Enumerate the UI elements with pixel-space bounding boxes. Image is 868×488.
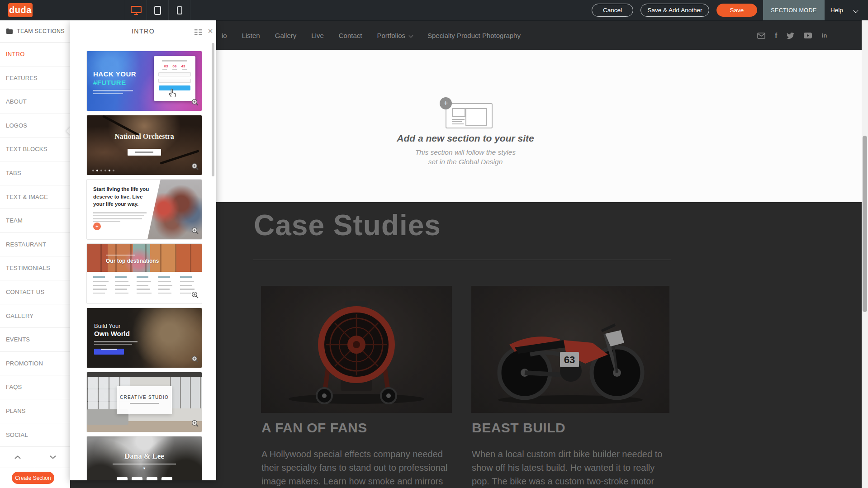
- zoom-preview-icon[interactable]: [191, 420, 199, 429]
- save-add-another-button[interactable]: Save & Add Another: [640, 4, 709, 17]
- countdown-boxes: [87, 477, 202, 480]
- help-chevron-down-icon[interactable]: [853, 8, 858, 13]
- site-nav-item[interactable]: Specialty Product Photography: [427, 32, 521, 39]
- duda-logo[interactable]: duda: [8, 3, 33, 17]
- linkedin-icon[interactable]: in: [821, 32, 827, 39]
- sidebar-item[interactable]: GALLERY: [0, 304, 70, 328]
- save-button[interactable]: Save: [716, 4, 757, 17]
- device-preview-switcher: [125, 0, 190, 20]
- thumb-heading2: Own World: [94, 330, 138, 337]
- mobile-icon: [177, 6, 182, 14]
- tablet-icon: [154, 6, 161, 15]
- site-nav-items: io Listen Gallery Live Contact Portfolio…: [222, 21, 521, 50]
- zoom-preview-icon[interactable]: [191, 163, 199, 172]
- thumb-heading: Dana & Lee: [87, 452, 202, 461]
- site-nav-item[interactable]: io: [222, 32, 227, 39]
- sidebar-item[interactable]: PROMOTION: [0, 352, 70, 376]
- thumb-heading: Build Your: [94, 322, 138, 329]
- sidebar-item[interactable]: EVENTS: [0, 328, 70, 352]
- section-mode-badge: SECTION MODE: [763, 0, 825, 20]
- add-section-illustration: [446, 103, 493, 128]
- panel-scrollbar-thumb[interactable]: [212, 43, 214, 176]
- sidebar-item[interactable]: ABOUT: [0, 90, 70, 114]
- page-scrollbar-track[interactable]: [862, 20, 868, 488]
- help-menu[interactable]: Help: [830, 0, 843, 20]
- zoom-preview-icon[interactable]: [191, 227, 199, 237]
- desktop-preview-button[interactable]: [125, 0, 147, 20]
- bike-number-plate: 63: [564, 354, 575, 365]
- desktop-icon: [131, 6, 142, 15]
- sidebar-item[interactable]: FAQS: [0, 375, 70, 399]
- editor-topbar: duda Cancel Save & Add Another Save SECT…: [0, 0, 868, 20]
- panel-header: INTRO: [70, 20, 216, 43]
- sections-sidebar: TEAM SECTIONS INTRO FEATURES ABOUT LOGOS…: [0, 20, 70, 488]
- sidebar-pager: [0, 447, 70, 468]
- template-thumb-own-world[interactable]: Build Your Own World: [87, 308, 202, 368]
- thumb-heading: Start living the life you deserve to liv…: [93, 185, 154, 208]
- sidebar-item[interactable]: LOGOS: [0, 114, 70, 138]
- carousel-dots: [92, 170, 114, 171]
- thumb-heading: Our top destinations: [106, 258, 159, 264]
- cancel-button[interactable]: Cancel: [592, 4, 633, 17]
- heart-icon: [87, 466, 202, 470]
- close-icon[interactable]: [206, 26, 215, 36]
- intro-templates-panel: INTRO HACK YOUR #FUTURE 03 06 43: [70, 20, 216, 480]
- scroll-up-button[interactable]: [0, 447, 35, 468]
- sidebar-item[interactable]: TABS: [0, 161, 70, 185]
- sidebar-item[interactable]: SOCIAL: [0, 423, 70, 447]
- facebook-icon[interactable]: f: [775, 32, 777, 40]
- template-thumb-lifestyle[interactable]: Start living the life you deserve to liv…: [87, 180, 202, 239]
- sidebar-item[interactable]: RESTAURANT: [0, 233, 70, 257]
- duda-editor-section-mode: io Listen Gallery Live Contact Portfolio…: [0, 0, 868, 488]
- sidebar-item[interactable]: PLANS: [0, 399, 70, 423]
- email-icon[interactable]: [757, 33, 765, 39]
- heading-divider: [253, 260, 671, 260]
- template-thumb-dana-lee[interactable]: Dana & Lee: [87, 436, 202, 480]
- plus-badge-icon: [440, 97, 452, 109]
- add-section-subtitle-line1: This section will follow the styles: [352, 148, 579, 156]
- grid-view-icon[interactable]: [194, 29, 202, 37]
- site-nav-item[interactable]: Contact: [339, 32, 362, 39]
- sidebar-item[interactable]: INTRO: [0, 43, 70, 66]
- template-thumb-creative-studio[interactable]: CREATIVE STUDIO: [87, 372, 202, 432]
- sidebar-item[interactable]: TESTIMONIALS: [0, 256, 70, 280]
- sidebar-item[interactable]: TEXT BLOCKS: [0, 137, 70, 161]
- create-section-button[interactable]: Create Section: [12, 472, 54, 484]
- site-nav-item[interactable]: Listen: [242, 32, 260, 39]
- zoom-preview-icon[interactable]: [191, 99, 199, 108]
- scroll-down-button[interactable]: [35, 447, 70, 468]
- dirt-bike-image: 63: [471, 286, 669, 413]
- youtube-icon[interactable]: [804, 33, 812, 38]
- sidebar-item[interactable]: TEXT & IMAGE: [0, 185, 70, 209]
- add-section-title: Add a new section to your site: [352, 133, 579, 144]
- sidebar-item[interactable]: TEAM: [0, 209, 70, 233]
- sidebar-header: TEAM SECTIONS: [0, 20, 70, 43]
- fan-machine-image: [261, 286, 452, 413]
- twitter-icon[interactable]: [787, 33, 794, 39]
- section-placeholder-icon: [446, 103, 493, 128]
- thumb-heading: National Orchestra: [87, 133, 202, 141]
- destinations-table: [87, 272, 202, 303]
- mobile-preview-button[interactable]: [168, 0, 190, 20]
- sidebar-item[interactable]: FEATURES: [0, 66, 70, 90]
- add-section-subtitle-line2: set in the Global Design: [352, 158, 579, 166]
- zoom-preview-icon[interactable]: [191, 355, 199, 365]
- page-scrollbar-thumb[interactable]: [863, 136, 867, 312]
- template-thumb-destinations[interactable]: Our top destinations: [87, 244, 202, 303]
- card-text-beast: When a local custom dirt bike builder ne…: [472, 447, 674, 488]
- chevron-up-icon: [14, 455, 21, 459]
- thumb-heading: HACK YOUR: [93, 70, 136, 78]
- site-nav-item[interactable]: Live: [311, 32, 324, 39]
- tablet-preview-button[interactable]: [147, 0, 168, 20]
- template-thumb-hackathon[interactable]: HACK YOUR #FUTURE 03 06 43: [87, 51, 202, 111]
- case-studies-heading: Case Studies: [254, 208, 441, 242]
- site-nav-item[interactable]: Portfolios: [377, 32, 413, 39]
- card-title-beast: BEAST BUILD: [472, 420, 565, 436]
- sidebar-item[interactable]: CONTACT US: [0, 280, 70, 304]
- sidebar-header-label: TEAM SECTIONS: [17, 28, 65, 34]
- folder-icon: [6, 28, 13, 34]
- site-nav-item[interactable]: Gallery: [275, 32, 297, 39]
- template-thumb-orchestra[interactable]: National Orchestra: [87, 115, 202, 175]
- zoom-preview-icon[interactable]: [191, 291, 199, 301]
- thumb-heading2: #FUTURE: [93, 79, 136, 86]
